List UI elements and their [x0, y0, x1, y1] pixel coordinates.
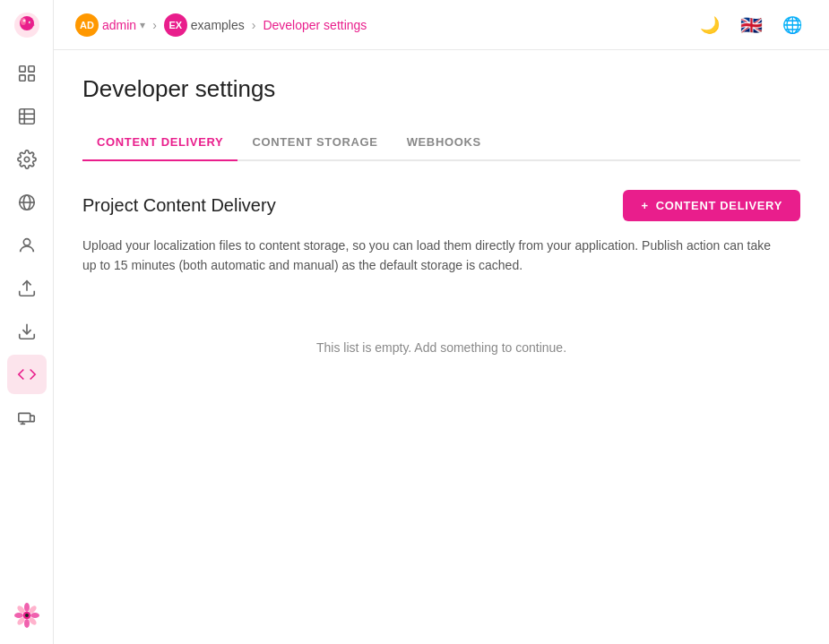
svg-point-27 [24, 619, 30, 628]
tolgee-flower-icon [13, 601, 41, 630]
sidebar-item-settings[interactable] [7, 140, 47, 179]
sidebar-item-import[interactable] [7, 269, 47, 308]
breadcrumb-examples[interactable]: EX examples [164, 13, 245, 37]
button-label: CONTENT DELIVERY [656, 199, 782, 212]
svg-point-6 [29, 21, 30, 22]
page-content: Developer settings CONTENT DELIVERY CONT… [54, 50, 829, 644]
sidebar-nav [7, 54, 47, 601]
svg-point-26 [24, 603, 30, 612]
svg-point-3 [22, 20, 25, 22]
breadcrumb: AD admin ▾ › EX examples › Developer set… [75, 13, 367, 37]
tab-content-delivery[interactable]: CONTENT DELIVERY [82, 125, 237, 161]
sidebar-bottom-logo [13, 601, 41, 633]
svg-rect-11 [19, 109, 34, 125]
svg-rect-7 [19, 66, 24, 72]
logo[interactable] [5, 11, 48, 39]
breadcrumb-current: Developer settings [263, 18, 367, 32]
breadcrumb-sep-2: › [252, 18, 256, 32]
language-uk-button[interactable]: 🇬🇧 [736, 10, 766, 40]
sidebar [0, 0, 54, 644]
svg-point-15 [24, 157, 30, 162]
empty-state: This list is empty. Add something to con… [82, 305, 800, 391]
svg-rect-22 [18, 413, 30, 421]
uk-flag-icon: 🇬🇧 [738, 13, 764, 38]
admin-link[interactable]: admin ▾ [102, 18, 145, 32]
dark-mode-button[interactable]: 🌙 [695, 10, 725, 40]
tab-content-storage[interactable]: CONTENT STORAGE [237, 125, 392, 161]
svg-point-28 [14, 613, 23, 618]
add-content-delivery-button[interactable]: + CONTENT DELIVERY [623, 190, 800, 221]
svg-rect-10 [28, 75, 33, 81]
examples-badge: EX [164, 13, 187, 37]
examples-link[interactable]: examples [191, 18, 245, 32]
svg-point-35 [25, 614, 29, 617]
svg-rect-8 [28, 66, 33, 72]
section-description: Upload your localization files to conten… [82, 236, 782, 276]
svg-point-19 [23, 239, 30, 245]
tab-webhooks[interactable]: WEBHOOKS [393, 125, 496, 161]
tabs: CONTENT DELIVERY CONTENT STORAGE WEBHOOK… [82, 125, 800, 161]
admin-badge: AD [75, 13, 99, 37]
svg-point-29 [30, 613, 39, 618]
svg-rect-9 [19, 75, 24, 81]
section-header: Project Content Delivery + CONTENT DELIV… [82, 190, 800, 221]
topbar: AD admin ▾ › EX examples › Developer set… [54, 0, 829, 50]
page-title: Developer settings [82, 75, 800, 103]
sidebar-item-dashboard[interactable] [7, 54, 47, 93]
main-area: AD admin ▾ › EX examples › Developer set… [54, 0, 829, 644]
tolgee-logo-icon [13, 11, 41, 39]
breadcrumb-admin[interactable]: AD admin ▾ [75, 13, 145, 37]
sidebar-item-user[interactable] [7, 226, 47, 265]
sidebar-item-translations[interactable] [7, 97, 47, 136]
user-globe-icon: 🌐 [782, 15, 802, 35]
sidebar-item-globe[interactable] [7, 183, 47, 222]
plus-icon: + [641, 199, 648, 212]
sidebar-item-devices[interactable] [7, 398, 47, 437]
section-title: Project Content Delivery [82, 195, 276, 216]
moon-icon: 🌙 [700, 15, 720, 35]
sidebar-item-export[interactable] [7, 312, 47, 351]
topbar-actions: 🌙 🇬🇧 🌐 [695, 10, 807, 40]
user-avatar-button[interactable]: 🌐 [777, 10, 807, 40]
breadcrumb-sep-1: › [152, 18, 157, 32]
admin-chevron-icon: ▾ [140, 19, 145, 31]
sidebar-item-developer[interactable] [7, 355, 47, 394]
